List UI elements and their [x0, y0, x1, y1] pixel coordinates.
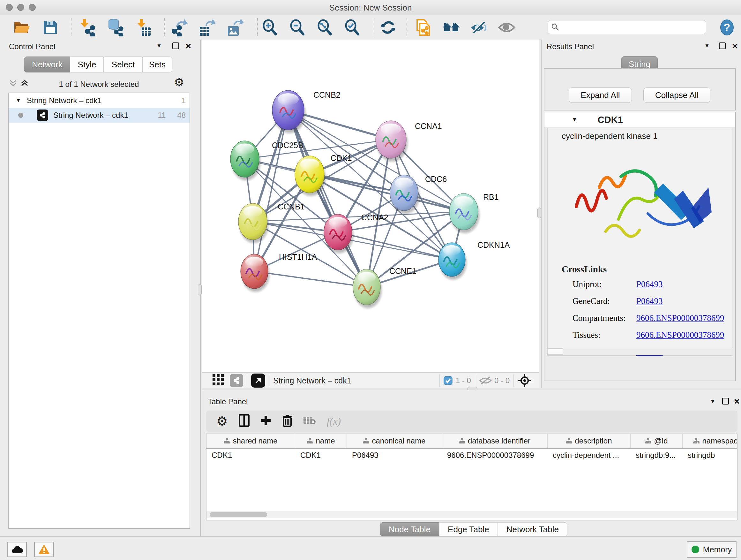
selected-checkbox[interactable] [444, 376, 453, 385]
footer-separator [514, 374, 514, 387]
eye-slash-icon [470, 20, 488, 35]
table-options-gear-icon[interactable]: ⚙ [216, 415, 228, 428]
tab-style[interactable]: Style [70, 57, 104, 72]
column-header-namespace[interactable]: namespace [683, 434, 738, 448]
control-panel-float-icon[interactable] [172, 43, 179, 49]
column-header-name[interactable]: name [295, 434, 347, 448]
column-header-description[interactable]: description [548, 434, 630, 448]
warnings-button[interactable] [34, 542, 54, 557]
cell[interactable]: CDK1 [295, 451, 347, 460]
network-node-CCNA1[interactable]: CCNA1 [376, 121, 442, 162]
results-panel-close-icon[interactable]: ✕ [732, 42, 738, 51]
table-panel-float-icon[interactable] [722, 398, 729, 405]
results-hscrollbar[interactable] [548, 348, 732, 355]
table-panel-menu-icon[interactable]: ▼ [710, 398, 716, 405]
home-networks-button[interactable] [442, 17, 461, 37]
add-column-icon[interactable] [260, 415, 271, 427]
table-tabs: Node Table Edge Table Network Table [380, 522, 567, 537]
tab-network[interactable]: Network [24, 57, 71, 72]
collection-expand-icon[interactable]: ▼ [16, 98, 21, 104]
table-hscrollbar[interactable] [206, 511, 737, 518]
scrollbar-thumb[interactable] [548, 348, 563, 355]
gene-expand-icon[interactable]: ▼ [572, 117, 577, 123]
show-columns-icon[interactable] [239, 414, 250, 428]
birds-eye-view-icon[interactable] [212, 374, 224, 387]
open-session-button[interactable] [12, 17, 31, 37]
results-panel-menu-icon[interactable]: ▼ [704, 43, 710, 49]
node-label: CDK1 [331, 153, 352, 163]
network-node-CCNB1[interactable]: CCNB1 [239, 202, 305, 243]
table-row[interactable]: CDK1CDK1P064939606.ENSP00000378699cyclin… [206, 449, 737, 462]
gene-section-header[interactable]: ▼ CDK1 [544, 112, 735, 127]
center-view-icon[interactable] [518, 374, 532, 388]
network-node-CCNA2[interactable]: CCNA2 [324, 213, 388, 253]
control-panel-close-icon[interactable]: ✕ [185, 42, 192, 51]
network-node-CDKN1A[interactable]: CDKN1A [439, 240, 510, 280]
help-button[interactable]: ? [718, 17, 737, 37]
refresh-button[interactable] [379, 17, 398, 37]
column-header--id[interactable]: @id [630, 434, 683, 448]
splitter-handle[interactable] [537, 207, 541, 219]
expand-all-button[interactable]: Expand All [569, 87, 632, 103]
collapse-all-networks-icon[interactable] [9, 79, 17, 89]
open-in-window-icon[interactable] [251, 374, 265, 388]
column-label: shared name [232, 436, 277, 445]
network-options-gear-icon[interactable]: ⚙ [174, 77, 184, 88]
network-edge[interactable] [254, 271, 367, 287]
cloud-button[interactable] [7, 542, 27, 557]
export-table-button[interactable] [197, 17, 216, 37]
network-node-CDC6[interactable]: CDC6 [390, 175, 447, 214]
zoom-out-button[interactable] [288, 17, 307, 37]
network-row[interactable]: String Network – cdk1 11 48 [9, 108, 190, 123]
table-panel-close-icon[interactable]: ✕ [734, 397, 740, 406]
collapse-all-button[interactable]: Collapse All [643, 87, 711, 103]
cell[interactable]: stringdb:9... [630, 451, 683, 460]
search-box[interactable] [548, 20, 706, 34]
clone-network-button[interactable] [414, 17, 433, 37]
save-session-button[interactable] [41, 17, 60, 37]
column-header-shared-name[interactable]: shared name [206, 434, 295, 448]
network-share-icon[interactable] [230, 374, 243, 387]
network-node-RB1[interactable]: RB1 [449, 192, 499, 233]
splitter-handle[interactable] [198, 284, 202, 295]
show-all-button[interactable] [497, 17, 516, 37]
network-canvas[interactable]: CCNB2CCNA1CDC25BCDK1CDC6RB1CCNB1CCNA2CDK… [202, 40, 539, 372]
expand-all-networks-icon[interactable] [20, 79, 29, 89]
genecard-link[interactable]: P06493 [636, 296, 724, 306]
cell[interactable]: stringdb [683, 451, 738, 460]
export-network-button[interactable] [169, 17, 188, 37]
column-header-database-identifier[interactable]: database identifier [442, 434, 548, 448]
compartments-link[interactable]: 9606.ENSP00000378699 [636, 313, 724, 323]
zoom-fit-button[interactable] [315, 17, 334, 37]
tab-node-table[interactable]: Node Table [380, 522, 439, 537]
hide-selected-button[interactable] [469, 17, 488, 37]
column-header-canonical-name[interactable]: canonical name [347, 434, 442, 448]
network-edge[interactable] [254, 110, 288, 271]
scrollbar-thumb[interactable] [210, 512, 267, 517]
export-image-button[interactable] [225, 17, 245, 37]
import-network-file-button[interactable] [77, 17, 96, 37]
import-table-button[interactable] [133, 17, 152, 37]
import-network-database-button[interactable] [105, 17, 125, 37]
hidden-eye-icon[interactable] [479, 376, 492, 385]
memory-button[interactable]: Memory [687, 541, 737, 558]
uniprot-link[interactable]: P06493 [636, 279, 724, 289]
cell[interactable]: cyclin-dependent ... [548, 451, 630, 460]
cell[interactable]: 9606.ENSP00000378699 [442, 451, 548, 460]
tab-sets[interactable]: Sets [142, 57, 172, 72]
results-panel-float-icon[interactable] [719, 43, 726, 49]
search-input[interactable] [559, 22, 698, 32]
control-panel-menu-icon[interactable]: ▼ [156, 43, 162, 49]
network-node-HIST1H1A[interactable]: HIST1H1A [241, 253, 317, 292]
zoom-selected-button[interactable] [343, 17, 362, 37]
zoom-in-button[interactable] [260, 17, 280, 37]
protein-structure-image [567, 146, 714, 256]
network-collection-row[interactable]: ▼ String Network – cdk1 1 [9, 93, 190, 108]
tab-network-table[interactable]: Network Table [498, 522, 567, 537]
tissues-link[interactable]: 9606.ENSP00000378699 [636, 330, 724, 340]
cell[interactable]: CDK1 [206, 451, 295, 460]
delete-column-icon[interactable] [282, 414, 292, 428]
cell[interactable]: P06493 [347, 451, 442, 460]
tab-select[interactable]: Select [104, 57, 143, 72]
tab-edge-table[interactable]: Edge Table [439, 522, 498, 537]
